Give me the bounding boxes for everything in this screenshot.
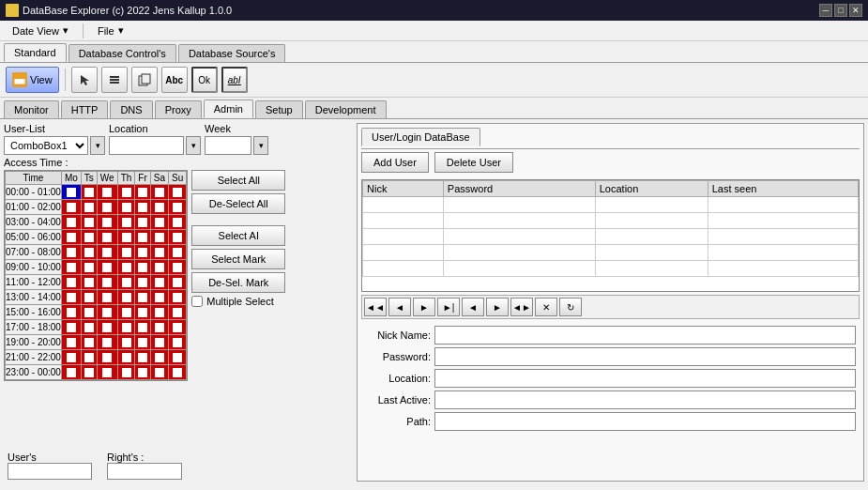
- day-cell[interactable]: [117, 305, 135, 320]
- day-cell[interactable]: [97, 335, 117, 350]
- day-cell[interactable]: [81, 320, 97, 335]
- day-cell[interactable]: [81, 350, 97, 365]
- tab-admin[interactable]: Admin: [204, 100, 253, 118]
- day-cell[interactable]: [135, 275, 150, 290]
- day-cell[interactable]: [169, 335, 187, 350]
- location-dropdown-btn[interactable]: ▾: [186, 136, 201, 155]
- day-cell[interactable]: [117, 275, 135, 290]
- tab-user-login-database[interactable]: User/Login DataBase: [361, 128, 480, 146]
- day-cell[interactable]: [150, 215, 168, 230]
- day-cell[interactable]: [97, 260, 117, 275]
- day-cell[interactable]: [81, 260, 97, 275]
- day-cell[interactable]: [97, 275, 117, 290]
- day-cell[interactable]: [61, 185, 81, 200]
- maximize-button[interactable]: □: [834, 4, 847, 17]
- day-cell[interactable]: [61, 245, 81, 260]
- day-cell[interactable]: [117, 215, 135, 230]
- day-cell[interactable]: [150, 245, 168, 260]
- abc-button[interactable]: Abc: [161, 67, 188, 93]
- day-cell[interactable]: [135, 290, 150, 305]
- day-cell[interactable]: [135, 215, 150, 230]
- access-row[interactable]: 13:00 - 14:00: [6, 290, 187, 305]
- location-field-input[interactable]: [434, 369, 856, 388]
- day-cell[interactable]: [150, 260, 168, 275]
- day-cell[interactable]: [81, 185, 97, 200]
- day-cell[interactable]: [117, 230, 135, 245]
- day-cell[interactable]: [81, 275, 97, 290]
- day-cell[interactable]: [61, 230, 81, 245]
- user-list-dropdown-btn[interactable]: ▾: [90, 136, 105, 155]
- access-row[interactable]: 09:00 - 10:00: [6, 260, 187, 275]
- access-row[interactable]: 01:00 - 02:00: [6, 200, 187, 215]
- day-cell[interactable]: [97, 185, 117, 200]
- close-button[interactable]: ✕: [849, 4, 862, 17]
- day-cell[interactable]: [135, 230, 150, 245]
- rights-input[interactable]: [107, 463, 182, 480]
- day-cell[interactable]: [135, 245, 150, 260]
- day-cell[interactable]: [117, 245, 135, 260]
- access-row[interactable]: 17:00 - 18:00: [6, 320, 187, 335]
- nav-delete-button[interactable]: ✕: [535, 298, 557, 316]
- day-cell[interactable]: [97, 245, 117, 260]
- copy-button[interactable]: [131, 67, 158, 93]
- day-cell[interactable]: [97, 365, 117, 380]
- day-cell[interactable]: [61, 335, 81, 350]
- access-row[interactable]: 00:00 - 01:00: [6, 185, 187, 200]
- tab-http[interactable]: HTTP: [61, 100, 109, 118]
- tab-database-controls[interactable]: Database Control's: [69, 44, 176, 62]
- access-row[interactable]: 15:00 - 16:00: [6, 305, 187, 320]
- day-cell[interactable]: [97, 290, 117, 305]
- day-cell[interactable]: [169, 200, 187, 215]
- users-input[interactable]: [8, 463, 92, 480]
- view-button[interactable]: View: [6, 67, 59, 93]
- day-cell[interactable]: [97, 350, 117, 365]
- menu-file[interactable]: File ▾: [89, 22, 132, 39]
- day-cell[interactable]: [169, 245, 187, 260]
- day-cell[interactable]: [169, 320, 187, 335]
- week-dropdown-btn[interactable]: ▾: [253, 136, 268, 155]
- desel-mark-button[interactable]: De-Sel. Mark: [191, 272, 285, 293]
- day-cell[interactable]: [97, 200, 117, 215]
- nav-prev-button[interactable]: ◄: [388, 298, 411, 316]
- day-cell[interactable]: [150, 230, 168, 245]
- day-cell[interactable]: [150, 305, 168, 320]
- day-cell[interactable]: [169, 230, 187, 245]
- day-cell[interactable]: [150, 335, 168, 350]
- password-input[interactable]: [434, 347, 856, 366]
- day-cell[interactable]: [117, 290, 135, 305]
- nick-name-input[interactable]: [434, 326, 856, 345]
- day-cell[interactable]: [61, 200, 81, 215]
- deselect-all-button[interactable]: De-Select All: [191, 193, 285, 214]
- day-cell[interactable]: [150, 350, 168, 365]
- day-cell[interactable]: [61, 365, 81, 380]
- day-cell[interactable]: [81, 290, 97, 305]
- day-cell[interactable]: [135, 335, 150, 350]
- access-row[interactable]: 07:00 - 08:00: [6, 245, 187, 260]
- ok-button[interactable]: Ok: [191, 67, 218, 93]
- day-cell[interactable]: [97, 305, 117, 320]
- select-ai-button[interactable]: Select AI: [191, 225, 285, 246]
- day-cell[interactable]: [135, 200, 150, 215]
- day-cell[interactable]: [169, 350, 187, 365]
- day-cell[interactable]: [169, 290, 187, 305]
- day-cell[interactable]: [61, 290, 81, 305]
- access-row[interactable]: 19:00 - 20:00: [6, 335, 187, 350]
- tab-standard[interactable]: Standard: [4, 43, 67, 62]
- day-cell[interactable]: [61, 275, 81, 290]
- user-list-select[interactable]: ComboBox1: [4, 136, 88, 155]
- day-cell[interactable]: [169, 215, 187, 230]
- tab-proxy[interactable]: Proxy: [155, 100, 202, 118]
- day-cell[interactable]: [81, 365, 97, 380]
- day-cell[interactable]: [135, 260, 150, 275]
- day-cell[interactable]: [97, 230, 117, 245]
- week-input[interactable]: [205, 136, 251, 155]
- tab-database-sources[interactable]: Database Source's: [178, 44, 286, 62]
- multiple-select-checkbox[interactable]: [191, 296, 203, 307]
- day-cell[interactable]: [150, 275, 168, 290]
- access-row[interactable]: 05:00 - 06:00: [6, 230, 187, 245]
- nav-last-button[interactable]: ►|: [437, 298, 460, 316]
- nav-both-button[interactable]: ◄►: [510, 298, 533, 316]
- access-row[interactable]: 21:00 - 22:00: [6, 350, 187, 365]
- day-cell[interactable]: [117, 320, 135, 335]
- last-active-input[interactable]: [434, 390, 856, 409]
